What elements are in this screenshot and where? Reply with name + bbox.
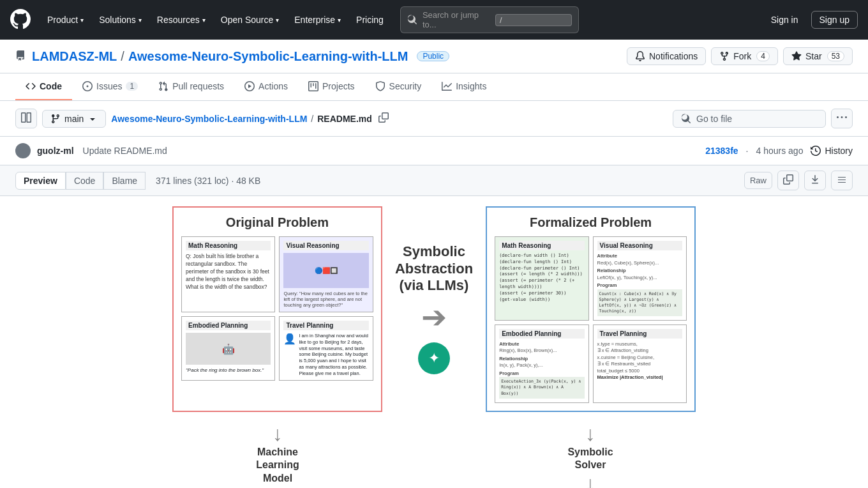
nav-pricing[interactable]: Pricing (350, 10, 390, 30)
chevron-down-icon: ▾ (202, 17, 206, 24)
commit-left: guolz-ml Update README.md (15, 143, 167, 158)
nav-enterprise[interactable]: Enterprise ▾ (288, 10, 347, 30)
blame-button[interactable]: Blame (103, 172, 146, 190)
copy-path-button[interactable] (376, 110, 391, 127)
file-toolbar: Preview Code Blame 371 lines (321 loc) ·… (0, 165, 868, 196)
original-problem-box: Original Problem Math Reasoning Q: Josh … (172, 206, 382, 412)
toggle-sidebar-button[interactable] (15, 109, 37, 128)
file-meta: 371 lines (321 loc) · 48 KB (156, 176, 260, 186)
search-icon (407, 15, 417, 25)
list-icon (837, 174, 847, 185)
search-icon (681, 114, 691, 124)
file-path: Awesome-Neuro-Symbolic-Learning-with-LLM… (111, 110, 391, 127)
symbolic-abstraction-col: Symbolic Abstraction (via LLMs) ➔ ✦ (382, 206, 486, 412)
commit-info: guolz-ml Update README.md 21383fe · 4 ho… (0, 137, 868, 165)
prog-label: Program (597, 282, 682, 289)
list-view-button[interactable] (831, 171, 853, 190)
formal-visual-box: Visual Reasoning Attribute Red(x), Cube(… (593, 236, 687, 321)
signup-button[interactable]: Sign up (811, 11, 858, 29)
copy-raw-button[interactable] (777, 171, 799, 190)
formal-embodied-label: Embodied Planning (499, 329, 584, 339)
ellipsis-icon (837, 112, 847, 123)
orig-embodied-label: Embodied Planning (186, 321, 271, 330)
download-button[interactable] (804, 171, 826, 190)
star-button[interactable]: Star 53 (783, 47, 853, 65)
repo-actions: Notifications Fork 4 Star 53 (627, 47, 853, 65)
chevron-down-icon: ▾ (338, 17, 341, 24)
diagram-bottom-row: ↓ Machine Learning Model ↓ ↓ Symbolic So… (172, 417, 696, 488)
more-options-button[interactable] (831, 109, 853, 128)
tab-actions[interactable]: Actions (234, 73, 298, 100)
fork-button[interactable]: Fork 4 (711, 47, 778, 65)
sidebar-icon (21, 112, 31, 123)
branch-icon (50, 114, 61, 124)
formal-math-box: Math Reasoning (declare-fun width () Int… (495, 236, 588, 321)
orig-visual-label: Visual Reasoning (283, 241, 368, 250)
download-icon (810, 174, 820, 185)
insights-icon (442, 81, 452, 91)
tab-projects[interactable]: Projects (298, 73, 365, 100)
original-problem-title: Original Problem (181, 215, 373, 230)
nav-product[interactable]: Product ▾ (41, 10, 90, 30)
tab-code[interactable]: Code (15, 73, 72, 100)
content-area: Original Problem Math Reasoning Q: Josh … (0, 196, 868, 488)
repo-icon (15, 49, 26, 64)
chevron-down-icon (87, 114, 98, 124)
github-header: Product ▾ Solutions ▾ Resources ▾ Open S… (0, 0, 868, 40)
history-icon (811, 146, 821, 156)
rel-label: Relationship (597, 268, 682, 275)
pr-icon (158, 81, 168, 91)
current-file: README.md (317, 114, 372, 124)
bell-icon (635, 51, 645, 61)
chatgpt-icon: ✦ (418, 342, 450, 374)
repo-header: LAMDASZ-ML / Awesome-Neuro-Symbolic-Lear… (0, 40, 868, 73)
avatar-image (15, 143, 31, 158)
formal-travel-box: Travel Planning x.type = museums, ∃ x ∈ … (593, 324, 687, 403)
projects-icon (308, 81, 318, 91)
tab-insights[interactable]: Insights (431, 73, 497, 100)
ml-model-col: ↓ Machine Learning Model ↓ (172, 417, 383, 488)
formal-emb-rel: Relationship (499, 356, 584, 363)
commit-author[interactable]: guolz-ml (37, 146, 74, 156)
orig-grid: Math Reasoning Q: Josh built his little … (181, 236, 373, 381)
file-view-buttons: Preview Code Blame 371 lines (321 loc) ·… (15, 172, 260, 190)
notifications-button[interactable]: Notifications (627, 47, 706, 65)
search-box[interactable]: Search or jump to... / (400, 6, 579, 33)
security-icon (375, 81, 385, 91)
nav-solutions[interactable]: Solutions ▾ (93, 10, 148, 30)
code-button[interactable]: Code (66, 172, 103, 190)
tab-pull-requests[interactable]: Pull requests (148, 73, 234, 100)
code-icon (26, 81, 36, 91)
formal-grid: Math Reasoning (declare-fun width () Int… (495, 236, 687, 403)
raw-button[interactable]: Raw (744, 172, 772, 189)
chevron-down-icon: ▾ (80, 17, 84, 24)
readme-content: Original Problem Math Reasoning Q: Josh … (15, 206, 853, 488)
orig-math-box: Math Reasoning Q: Josh built his little … (181, 236, 275, 312)
repo-path-link[interactable]: Awesome-Neuro-Symbolic-Learning-with-LLM (111, 114, 307, 124)
issue-icon (82, 81, 93, 91)
chevron-down-icon: ▾ (138, 17, 142, 24)
orig-visual-text: 🔵🟥🔲 Query: "How many red cubes are to th… (283, 253, 368, 308)
github-logo[interactable] (10, 9, 31, 31)
file-nav: main Awesome-Neuro-Symbolic-Learning-wit… (0, 101, 868, 137)
tab-issues[interactable]: Issues 1 (72, 73, 148, 100)
history-button[interactable]: History (811, 146, 853, 156)
orig-travel-box: Travel Planning 👤 I am in Shanghai now a… (279, 316, 373, 381)
commit-right: 21383fe · 4 hours ago History (705, 146, 853, 156)
formalized-problem-title: Formalized Problem (495, 215, 687, 230)
tab-security[interactable]: Security (365, 73, 432, 100)
file-nav-right: Go to file (673, 109, 853, 128)
go-to-file-button[interactable]: Go to file (673, 110, 826, 128)
org-link[interactable]: LAMDASZ-ML (32, 49, 117, 64)
preview-button[interactable]: Preview (15, 172, 66, 190)
commit-hash[interactable]: 21383fe (705, 146, 738, 156)
svg-point-0 (20, 146, 26, 151)
formal-emb-prog: Program (499, 370, 584, 377)
repo-link[interactable]: Awesome-Neuro-Symbolic-Learning-with-LLM (128, 49, 408, 64)
branch-button[interactable]: main (42, 110, 106, 128)
signin-button[interactable]: Sign in (763, 11, 806, 28)
orig-math-text: Q: Josh built his little brother a recta… (186, 253, 271, 291)
nav-resources[interactable]: Resources ▾ (151, 10, 212, 30)
nav-open-source[interactable]: Open Source ▾ (214, 10, 286, 30)
actions-icon (244, 81, 255, 91)
